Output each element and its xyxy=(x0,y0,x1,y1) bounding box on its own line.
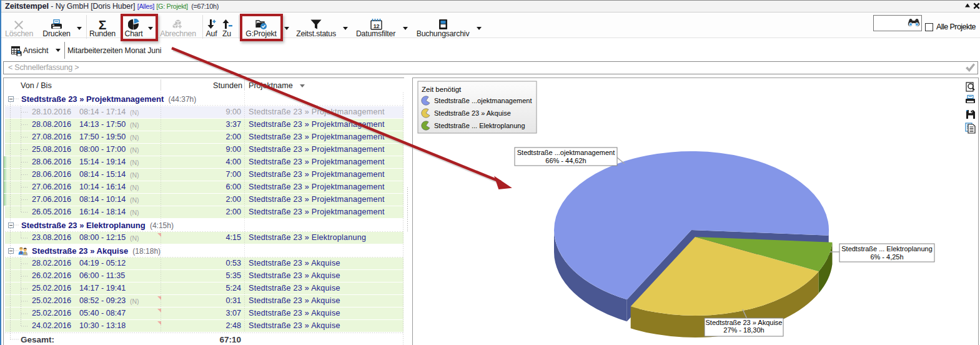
svg-text:12: 12 xyxy=(374,23,380,29)
svg-text:Stedtstraße ...ojektmanagement: Stedtstraße ...ojektmanagement xyxy=(517,149,615,156)
svg-text:6% - 4,25h: 6% - 4,25h xyxy=(870,253,903,261)
svg-text:66% - 44,62h: 66% - 44,62h xyxy=(545,157,586,164)
svg-text:Stedtstraße ... Elektroplanung: Stedtstraße ... Elektroplanung xyxy=(841,245,933,252)
svg-text:Stedtstraße 23 » Akquise: Stedtstraße 23 » Akquise xyxy=(706,319,783,326)
svg-text:27% - 18,30h: 27% - 18,30h xyxy=(723,326,764,334)
